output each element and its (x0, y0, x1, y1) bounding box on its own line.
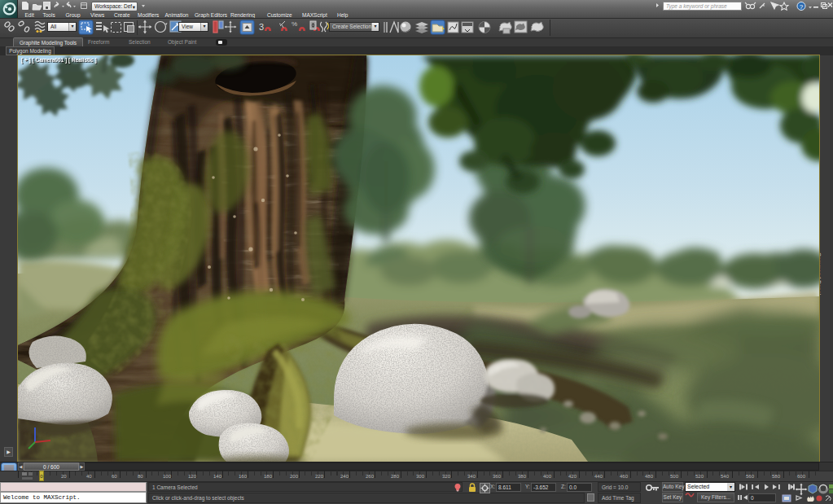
svg-text:3: 3 (259, 22, 264, 32)
svg-text:%: % (292, 20, 297, 28)
svg-text:?: ? (800, 3, 804, 11)
